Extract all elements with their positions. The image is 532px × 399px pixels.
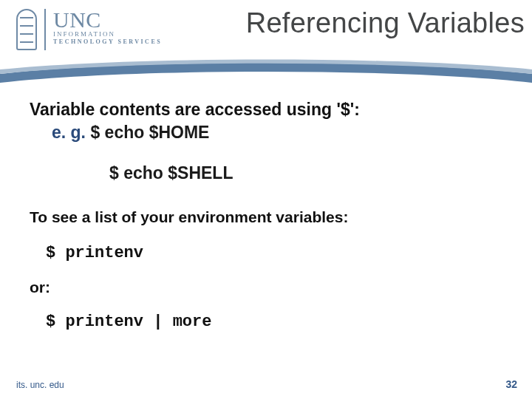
- logo-divider: [44, 9, 46, 50]
- eg-label: e. g.: [52, 123, 86, 142]
- logo-unc: UNC: [53, 9, 162, 31]
- envlist-text: To see a list of your environment variab…: [30, 208, 510, 226]
- slide-title: Referencing Variables: [246, 7, 525, 39]
- logo-sub-information: INFORMATION: [53, 30, 162, 38]
- or-text: or:: [30, 279, 510, 296]
- logo: UNC INFORMATION TECHNOLOGY SERVICES: [16, 9, 162, 50]
- footer-url: its. unc. edu: [16, 380, 64, 390]
- printenv-more-cmd: $ printenv | more: [46, 313, 510, 331]
- example-line-1: e. g. $ echo $HOME: [52, 123, 510, 143]
- logo-sub-tech-services: TECHNOLOGY SERVICES: [53, 38, 162, 45]
- printenv-cmd: $ printenv: [46, 244, 510, 262]
- example2-cmd: $ echo $SHELL: [109, 163, 510, 183]
- logo-text: UNC INFORMATION TECHNOLOGY SERVICES: [53, 9, 162, 45]
- slide-body: Variable contents are accessed using '$'…: [30, 100, 510, 331]
- intro-text: Variable contents are accessed using '$'…: [30, 100, 510, 120]
- old-well-icon: [16, 9, 37, 50]
- example1-cmd: $ echo $HOME: [90, 123, 209, 142]
- slide: UNC INFORMATION TECHNOLOGY SERVICES Refe…: [0, 0, 532, 399]
- swoosh-divider: [0, 58, 532, 87]
- page-number: 32: [505, 378, 517, 390]
- slide-header: UNC INFORMATION TECHNOLOGY SERVICES Refe…: [0, 0, 532, 80]
